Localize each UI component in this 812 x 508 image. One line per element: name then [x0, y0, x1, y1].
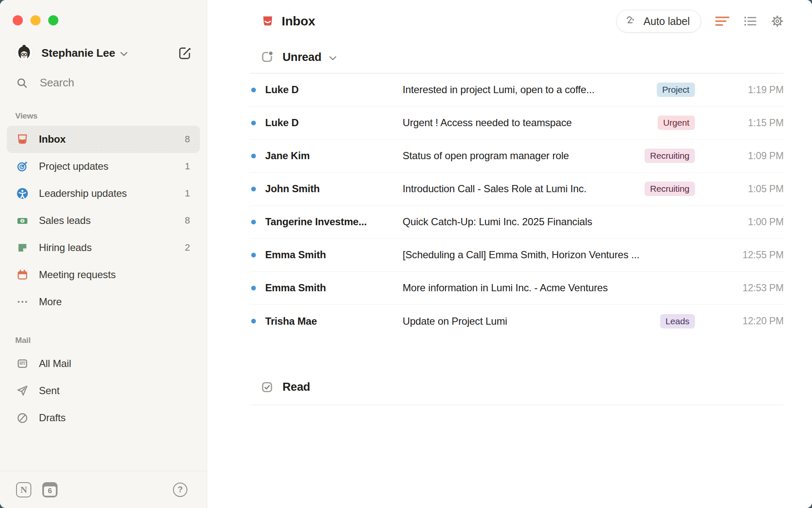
- calendar-day-number: 6: [44, 486, 56, 496]
- sidebar-item-label: Hiring leads: [39, 242, 92, 254]
- label-badge[interactable]: Leads: [660, 314, 695, 329]
- email-sender: John Smith: [265, 183, 403, 195]
- sidebar-item-label: Sent: [39, 385, 60, 397]
- sidebar-item-hiring-leads[interactable]: Hiring leads 2: [7, 234, 200, 261]
- auto-label-button[interactable]: Auto label: [616, 10, 701, 33]
- read-checkbox-icon[interactable]: [261, 381, 273, 393]
- email-row[interactable]: John Smith Introduction Call - Sales Rol…: [250, 173, 784, 206]
- app-window: Stephanie Lee Search Views: [0, 0, 812, 508]
- page-title: Inbox: [282, 14, 315, 28]
- compose-icon[interactable]: [177, 46, 192, 60]
- sidebar-item-label: All Mail: [39, 358, 71, 370]
- unread-dot: [251, 220, 256, 224]
- email-row[interactable]: Luke D Interested in project Lumi, open …: [250, 74, 784, 107]
- sidebar-item-label: Sales leads: [39, 215, 91, 226]
- settings-gear-icon[interactable]: [771, 14, 784, 28]
- email-list: Luke D Interested in project Lumi, open …: [250, 74, 784, 338]
- window-controls: [0, 0, 207, 25]
- main-header: Inbox Auto label: [207, 0, 812, 42]
- user-name[interactable]: Stephanie Lee: [41, 47, 115, 60]
- email-row[interactable]: Trisha Mae Update on Project Lumi Leads …: [250, 305, 784, 338]
- sidebar-item-sent[interactable]: Sent: [7, 377, 200, 404]
- sidebar-item-count: 1: [185, 188, 190, 199]
- profile-row: Stephanie Lee: [15, 44, 192, 62]
- mail-list: All Mail Sent: [0, 350, 207, 431]
- email-row[interactable]: Emma Smith [Scheduling a Call] Emma Smit…: [250, 239, 784, 272]
- sidebar-item-label: Project updates: [39, 160, 108, 172]
- views-section-label: Views: [15, 111, 207, 121]
- divider: [250, 405, 784, 406]
- sidebar-item-label: Leadership updates: [39, 188, 127, 199]
- email-subject: Status of open program manager role: [403, 150, 645, 162]
- chevron-down-icon[interactable]: [329, 56, 337, 61]
- page-title-group: Inbox: [261, 14, 315, 28]
- list-view-icon[interactable]: [743, 15, 757, 27]
- sidebar-item-label: Inbox: [39, 133, 66, 145]
- email-time: 1:19 PM: [748, 84, 784, 96]
- search-input[interactable]: Search: [16, 76, 192, 89]
- auto-label-icon: [625, 15, 638, 28]
- email-row[interactable]: Luke D Urgent ! Access needed to teamspa…: [250, 107, 784, 140]
- sidebar-item-all-mail[interactable]: All Mail: [7, 350, 200, 377]
- email-subject: Quick Catch-Up: Lumi Inc. 2025 Financial…: [403, 216, 708, 228]
- unread-dot: [251, 319, 256, 323]
- filter-icon[interactable]: [715, 15, 730, 27]
- sidebar-item-more[interactable]: More: [7, 288, 200, 315]
- auto-label-label: Auto label: [643, 15, 690, 28]
- sidebar-item-inbox[interactable]: Inbox 8: [7, 126, 200, 153]
- label-badge[interactable]: Recruiting: [645, 149, 695, 163]
- sidebar: Stephanie Lee Search Views: [0, 0, 207, 508]
- chevron-down-icon[interactable]: [120, 52, 128, 56]
- ellipsis-icon: [16, 296, 29, 308]
- sidebar-item-sales-leads[interactable]: Sales leads 8: [7, 207, 200, 234]
- sidebar-item-meeting-requests[interactable]: Meeting requests: [7, 261, 200, 288]
- views-list: Inbox 8 Project updates 1: [0, 126, 207, 315]
- email-subject: Interested in project Lumi, open to a co…: [403, 84, 657, 96]
- email-time: 12:53 PM: [743, 282, 784, 294]
- sidebar-item-project-updates[interactable]: Project updates 1: [7, 153, 200, 180]
- avatar[interactable]: [15, 44, 33, 62]
- label-badge[interactable]: Project: [657, 83, 695, 97]
- email-subject: Update on Project Lumi: [403, 315, 660, 327]
- unread-checkbox-icon[interactable]: [261, 51, 273, 63]
- unread-dot: [251, 154, 256, 158]
- read-section-header: Read: [207, 377, 812, 398]
- notion-app-icon[interactable]: N: [16, 482, 31, 497]
- search-icon: [16, 77, 28, 89]
- email-subject: Urgent ! Access needed to teamspace: [403, 117, 658, 129]
- inbox-tray-icon: [261, 15, 274, 28]
- minimize-window-button[interactable]: [30, 15, 41, 25]
- paper-plane-icon: [16, 385, 29, 397]
- dollar-bill-icon: [16, 215, 29, 226]
- email-subject: Introduction Call - Sales Role at Lumi I…: [403, 183, 645, 195]
- sidebar-item-label: Meeting requests: [39, 269, 116, 281]
- mail-section-label: Mail: [15, 336, 207, 345]
- main-panel: Inbox Auto label: [207, 0, 812, 508]
- drafts-icon: [16, 412, 29, 424]
- email-sender: Emma Smith: [265, 282, 403, 294]
- email-sender: Luke D: [265, 117, 403, 129]
- read-section-label: Read: [283, 381, 310, 394]
- close-window-button[interactable]: [13, 15, 23, 25]
- sidebar-footer: N 6 ?: [0, 471, 207, 508]
- inbox-tray-icon: [16, 133, 29, 145]
- email-time: 1:09 PM: [748, 150, 784, 162]
- unread-dot: [251, 121, 256, 125]
- email-row[interactable]: Jane Kim Status of open program manager …: [250, 140, 784, 173]
- email-sender: Jane Kim: [265, 150, 403, 162]
- help-button[interactable]: ?: [173, 483, 187, 497]
- sidebar-item-count: 2: [185, 242, 190, 253]
- unread-section-header: Unread: [207, 47, 812, 68]
- label-badge[interactable]: Recruiting: [645, 182, 695, 196]
- sidebar-item-count: 8: [185, 134, 190, 145]
- label-badge[interactable]: Urgent: [658, 116, 695, 130]
- email-row[interactable]: Emma Smith More information in Lumi Inc.…: [250, 272, 784, 305]
- calendar-app-icon[interactable]: 6: [42, 482, 58, 497]
- unread-dot: [251, 286, 256, 290]
- email-sender: Trisha Mae: [265, 315, 403, 327]
- sidebar-item-leadership-updates[interactable]: Leadership updates 1: [7, 180, 200, 207]
- email-row[interactable]: Tangerine Investme... Quick Catch-Up: Lu…: [250, 206, 784, 239]
- zoom-window-button[interactable]: [48, 15, 58, 25]
- sidebar-item-label: Drafts: [39, 412, 66, 424]
- sidebar-item-drafts[interactable]: Drafts: [7, 404, 200, 431]
